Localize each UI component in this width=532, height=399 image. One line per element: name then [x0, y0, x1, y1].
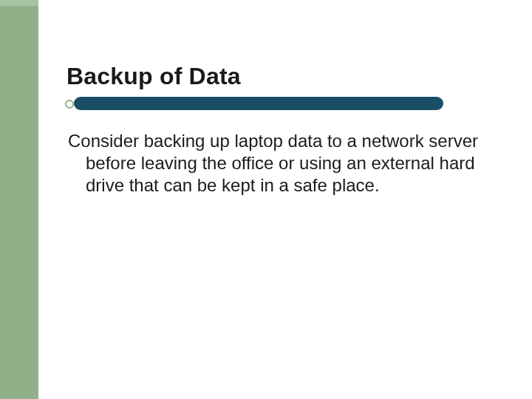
left-sidebar: [0, 0, 38, 399]
body-paragraph: Consider backing up laptop data to a net…: [68, 130, 482, 197]
bullet-icon: [65, 100, 74, 109]
slide-content: Backup of Data Consider backing up lapto…: [38, 0, 532, 399]
title-underline: [74, 97, 443, 110]
slide-body: Consider backing up laptop data to a net…: [68, 130, 482, 197]
sidebar-top-highlight: [0, 0, 38, 6]
slide-title: Backup of Data: [66, 63, 241, 90]
